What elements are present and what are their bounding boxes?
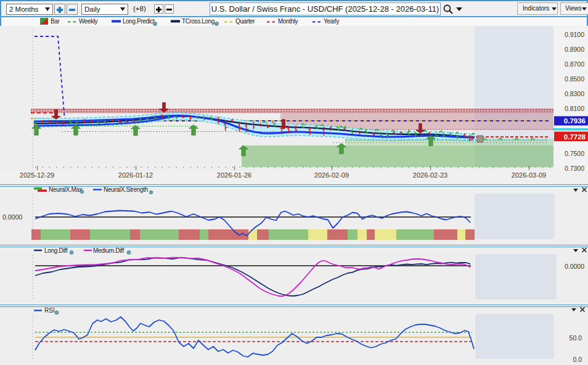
svg-text:0.7936: 0.7936 bbox=[564, 117, 586, 125]
svg-text:2026-01-26: 2026-01-26 bbox=[217, 171, 251, 179]
svg-text:0.8100: 0.8100 bbox=[565, 105, 584, 112]
svg-text:2026-02-09: 2026-02-09 bbox=[314, 171, 349, 179]
svg-text:2026-03-09: 2026-03-09 bbox=[512, 171, 546, 179]
svg-text:2025-12-29: 2025-12-29 bbox=[20, 171, 54, 179]
svg-text:0.7500: 0.7500 bbox=[565, 150, 584, 157]
svg-text:Long.Diff: Long.Diff bbox=[44, 247, 68, 254]
svg-text:0.0: 0.0 bbox=[573, 356, 582, 363]
svg-text:Medium.Diff: Medium.Diff bbox=[93, 247, 124, 254]
svg-text:2026-01-12: 2026-01-12 bbox=[118, 171, 153, 179]
svg-text:RSI: RSI bbox=[44, 307, 55, 314]
svg-text:NeuralX.Max: NeuralX.Max bbox=[49, 187, 83, 193]
svg-text:0.7728: 0.7728 bbox=[564, 133, 586, 141]
svg-text:0.8900: 0.8900 bbox=[565, 46, 584, 53]
svg-text:0.0000: 0.0000 bbox=[565, 263, 584, 270]
svg-text:0.8300: 0.8300 bbox=[565, 90, 584, 97]
svg-text:50.0: 50.0 bbox=[570, 334, 582, 342]
svg-text:NeuralX.Strength: NeuralX.Strength bbox=[104, 187, 148, 193]
svg-text:2026-02-23: 2026-02-23 bbox=[413, 171, 447, 179]
svg-text:0.8700: 0.8700 bbox=[565, 60, 584, 68]
svg-text:0.8500: 0.8500 bbox=[565, 75, 584, 83]
svg-text:0.0000: 0.0000 bbox=[2, 213, 22, 221]
svg-text:0.9100: 0.9100 bbox=[565, 31, 584, 38]
svg-text:0.7300: 0.7300 bbox=[565, 165, 584, 172]
